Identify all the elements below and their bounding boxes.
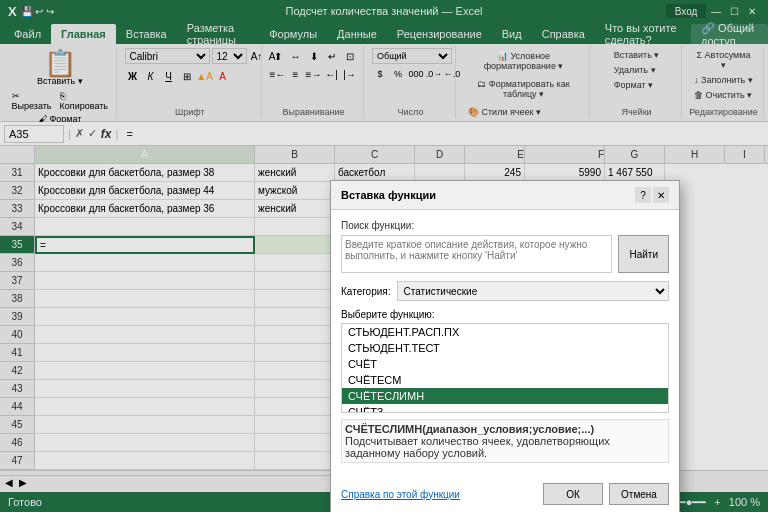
ok-button[interactable]: ОК [543, 483, 603, 505]
dialog-overlay: Вставка функции ? ✕ Поиск функции: Найти… [0, 0, 768, 512]
dialog-title-bar: Вставка функции ? ✕ [331, 181, 679, 210]
search-function-textarea[interactable] [341, 235, 612, 273]
dialog-help-button[interactable]: ? [635, 187, 651, 203]
function-description: СЧЁТЕСЛИМН(диапазон_условия;условие;...)… [341, 419, 669, 463]
function-list-item[interactable]: СТЬЮДЕНТ.РАСП.ПХ [342, 324, 668, 340]
dialog-title-text: Вставка функции [341, 189, 436, 201]
function-list-item[interactable]: СЧЁТЕСМ [342, 372, 668, 388]
func-list-label: Выберите функцию: [341, 309, 669, 320]
insert-function-dialog: Вставка функции ? ✕ Поиск функции: Найти… [330, 180, 680, 512]
function-list-item[interactable]: СТЬЮДЕНТ.ТЕСТ [342, 340, 668, 356]
function-list-item[interactable]: СЧЁТ [342, 356, 668, 372]
category-label: Категория: [341, 286, 391, 297]
search-label: Поиск функции: [341, 220, 669, 231]
help-link[interactable]: Справка по этой функции [341, 489, 460, 500]
cancel-button[interactable]: Отмена [609, 483, 669, 505]
function-list[interactable]: СТЬЮДЕНТ.РАСП.ПХСТЬЮДЕНТ.ТЕСТСЧЁТСЧЁТЕСМ… [341, 323, 669, 413]
dialog-close-button[interactable]: ✕ [653, 187, 669, 203]
find-button[interactable]: Найти [618, 235, 669, 273]
function-list-item[interactable]: СЧЁТЗ [342, 404, 668, 413]
function-list-item[interactable]: СЧЁТЕСЛИМН [342, 388, 668, 404]
dialog-footer: Справка по этой функции ОК Отмена [331, 479, 679, 512]
dialog-body: Поиск функции: Найти Категория: Статисти… [331, 210, 679, 479]
category-select[interactable]: Статистические [397, 281, 669, 301]
